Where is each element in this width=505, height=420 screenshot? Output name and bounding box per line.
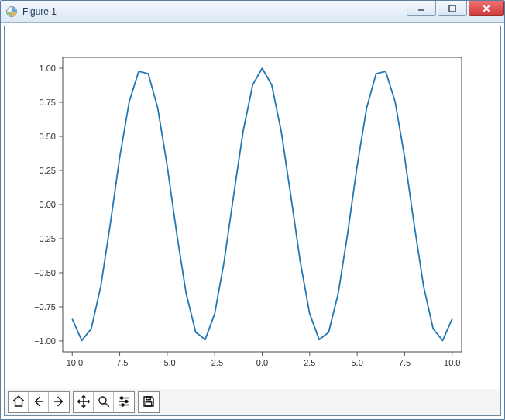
x-tick-label: 0.0: [256, 358, 268, 367]
x-tick-label: −10.0: [61, 358, 83, 367]
chart-svg: −10.0−7.5−5.0−2.50.02.55.07.510.0−1.00−0…: [5, 26, 500, 387]
y-tick-label: 0.75: [40, 98, 56, 107]
y-tick-label: 1.00: [40, 64, 56, 73]
home-button[interactable]: [9, 392, 29, 412]
arrow-left-icon: [32, 394, 46, 411]
configure-subplots-button[interactable]: [114, 392, 134, 412]
svg-point-23: [99, 397, 106, 404]
plot-area[interactable]: −10.0−7.5−5.0−2.50.02.55.07.510.0−1.00−0…: [5, 26, 500, 387]
forward-button[interactable]: [49, 392, 69, 412]
app-icon: [5, 5, 18, 18]
y-tick-label: 0.50: [40, 132, 56, 141]
x-tick-label: 10.0: [444, 358, 460, 367]
svg-rect-2: [449, 5, 455, 12]
back-button[interactable]: [29, 392, 49, 412]
sliders-icon: [117, 394, 131, 411]
titlebar[interactable]: Figure 1: [1, 1, 504, 23]
minimize-button[interactable]: [407, 1, 436, 16]
x-tick-label: 7.5: [399, 358, 411, 367]
y-tick-label: −0.75: [34, 302, 56, 312]
move-icon: [77, 394, 91, 411]
x-tick-label: −2.5: [206, 358, 223, 367]
zoom-icon: [97, 394, 111, 411]
pan-button[interactable]: [74, 392, 94, 412]
svg-point-25: [125, 400, 128, 402]
svg-rect-28: [146, 401, 152, 405]
zoom-button[interactable]: [94, 392, 114, 412]
y-tick-label: 0.25: [40, 166, 56, 175]
x-tick-label: 2.5: [304, 358, 315, 367]
y-tick-label: −1.00: [34, 336, 56, 346]
svg-point-24: [121, 397, 123, 399]
navigation-toolbar: [5, 389, 500, 415]
x-tick-label: 5.0: [351, 358, 362, 367]
maximize-button[interactable]: [438, 1, 467, 16]
axes-frame: [63, 57, 462, 352]
x-tick-label: −5.0: [159, 358, 176, 367]
line-series: [72, 68, 452, 340]
y-tick-label: −0.25: [34, 234, 56, 243]
home-icon: [12, 394, 26, 411]
window-controls: [407, 1, 504, 16]
y-tick-label: −0.50: [34, 268, 56, 277]
figure-window: Figure 1 −10.0−7.5−5.0−2.50.02.55.07.510…: [0, 0, 505, 420]
window-title: Figure 1: [22, 6, 57, 17]
svg-rect-27: [146, 397, 150, 400]
save-icon: [142, 394, 156, 411]
svg-point-26: [122, 404, 124, 406]
x-tick-label: −7.5: [112, 358, 129, 367]
y-tick-label: 0.00: [40, 200, 56, 209]
save-button[interactable]: [139, 392, 159, 412]
arrow-right-icon: [52, 394, 66, 411]
close-button[interactable]: [469, 1, 504, 16]
client-area: −10.0−7.5−5.0−2.50.02.55.07.510.0−1.00−0…: [4, 26, 501, 416]
